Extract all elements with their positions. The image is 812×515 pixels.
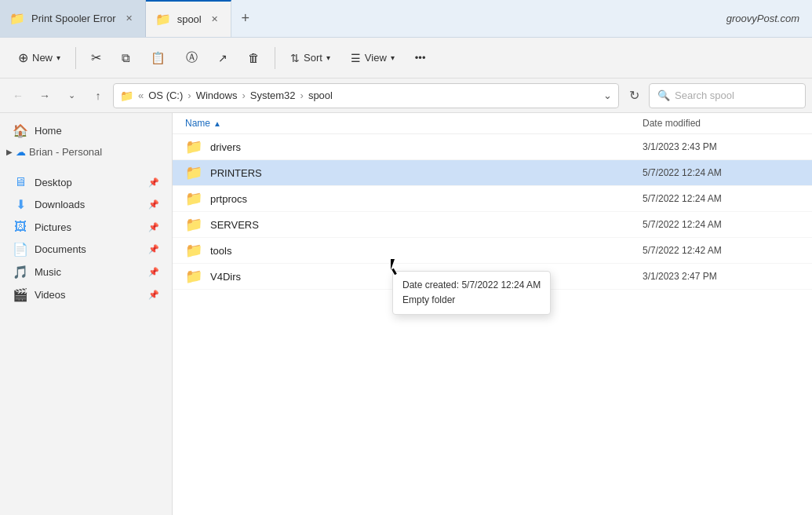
table-row[interactable]: 📁 drivers 3/1/2023 2:43 PM xyxy=(173,134,812,160)
more-button[interactable]: ••• xyxy=(406,46,435,69)
folder-icon: 📁 xyxy=(185,216,202,233)
copy-button[interactable]: ⧉ xyxy=(113,46,139,71)
toolbar: ⊕ New ▾ ✂ ⧉ 📋 Ⓐ ↗ 🗑 ⇅ Sort ▾ ☰ View ▾ ••… xyxy=(0,38,812,79)
tab-close-1[interactable]: ✕ xyxy=(122,12,136,25)
tab-spool-label: spool xyxy=(177,13,202,25)
sidebar-item-home[interactable]: 🏠 Home xyxy=(0,119,172,142)
file-date: 5/7/2022 12:42 AM xyxy=(643,245,799,256)
address-folder-icon: 📁 xyxy=(120,89,133,102)
tab-print-spooler-label: Print Spooler Error xyxy=(31,13,116,24)
table-row[interactable]: 📁 prtprocs 5/7/2022 12:24 AM xyxy=(173,186,812,212)
sep2: › xyxy=(242,89,245,101)
sort-label: Sort xyxy=(304,52,322,64)
up-button[interactable]: ↑ xyxy=(86,84,110,108)
view-button[interactable]: ☰ View ▾ xyxy=(342,46,403,70)
brand-text: groovyPost.com xyxy=(726,13,812,24)
back-button[interactable]: ← xyxy=(6,84,30,108)
file-date: 5/7/2022 12:24 AM xyxy=(643,193,799,204)
search-placeholder: Search spool xyxy=(675,89,734,101)
file-date: 3/1/2023 2:43 PM xyxy=(643,141,799,152)
toolbar-sep-2 xyxy=(275,47,275,69)
view-icon: ☰ xyxy=(351,52,361,64)
rename-button[interactable]: Ⓐ xyxy=(177,45,206,71)
sort-chevron: ▾ xyxy=(326,53,330,62)
sidebar-videos-label: Videos xyxy=(35,289,66,301)
music-icon: 🎵 xyxy=(13,265,28,279)
file-name: SERVERS xyxy=(210,219,643,231)
breadcrumb-os: OS (C:) xyxy=(148,89,183,101)
paste-button[interactable]: 📋 xyxy=(142,46,174,71)
sidebar-item-documents[interactable]: 📄 Documents 📌 xyxy=(0,238,172,261)
sort-icon: ⇅ xyxy=(290,52,300,64)
cut-icon: ✂ xyxy=(91,50,101,65)
pictures-pin: 📌 xyxy=(148,222,159,232)
search-box[interactable]: 🔍 Search spool xyxy=(649,83,806,108)
tab-spool-folder-icon: 📁 xyxy=(155,12,171,27)
sidebar-home-label: Home xyxy=(35,125,62,137)
table-row[interactable]: 📁 SERVERS 5/7/2022 12:24 AM xyxy=(173,212,812,238)
downloads-pin: 📌 xyxy=(148,199,159,210)
table-row[interactable]: 📁 PRINTERS 5/7/2022 12:24 AM xyxy=(173,160,812,186)
sidebar-item-videos[interactable]: 🎬 Videos 📌 xyxy=(0,283,172,306)
paste-icon: 📋 xyxy=(151,51,166,65)
tab-add-button[interactable]: + xyxy=(231,0,260,37)
delete-icon: 🗑 xyxy=(248,51,260,64)
folder-icon: 📁 xyxy=(185,164,202,181)
sidebar-music-label: Music xyxy=(35,266,61,278)
address-bar[interactable]: 📁 « OS (C:) › Windows › System32 › spool… xyxy=(113,83,619,108)
file-date: 3/1/2023 2:47 PM xyxy=(643,271,799,282)
tab-spool[interactable]: 📁 spool ✕ xyxy=(146,0,231,37)
col-name-header[interactable]: Name ▲ xyxy=(185,118,643,129)
sidebar-item-music[interactable]: 🎵 Music 📌 xyxy=(0,261,172,283)
sidebar-item-pictures[interactable]: 🖼 Pictures 📌 xyxy=(0,216,172,238)
new-chevron: ▾ xyxy=(56,53,60,62)
new-button[interactable]: ⊕ New ▾ xyxy=(9,45,69,71)
table-row[interactable]: 📁 tools 5/7/2022 12:42 AM xyxy=(173,238,812,264)
tab-close-2[interactable]: ✕ xyxy=(208,13,221,26)
delete-button[interactable]: 🗑 xyxy=(239,46,268,70)
copy-icon: ⧉ xyxy=(122,51,130,65)
toolbar-sep-1 xyxy=(75,47,76,69)
tab-print-spooler[interactable]: 📁 Print Spooler Error ✕ xyxy=(0,0,146,37)
cloud-arrow: ▶ xyxy=(6,148,13,156)
pictures-icon: 🖼 xyxy=(13,220,28,234)
sidebar-expand-cloud[interactable]: ▶ ☁ Brian - Personal xyxy=(0,142,172,162)
file-date: 5/7/2022 12:24 AM xyxy=(643,219,799,230)
file-name: tools xyxy=(210,245,643,257)
sep3: › xyxy=(300,89,304,101)
cut-button[interactable]: ✂ xyxy=(82,45,110,71)
col-name-label: Name xyxy=(185,118,210,129)
desktop-icon: 🖥 xyxy=(13,175,28,189)
sort-caret: ▲ xyxy=(213,119,221,128)
downloads-icon: ⬇ xyxy=(13,197,28,212)
search-icon: 🔍 xyxy=(657,89,670,101)
nav-bar: ← → ⌄ ↑ 📁 « OS (C:) › Windows › System32… xyxy=(0,79,812,113)
folder-icon: 📁 xyxy=(185,190,202,207)
tooltip-line2: Empty folder xyxy=(402,293,541,308)
sidebar-documents-label: Documents xyxy=(35,243,86,255)
recent-button[interactable]: ⌄ xyxy=(60,84,83,108)
folder-icon: 📁 xyxy=(185,268,202,285)
sidebar: 🏠 Home ▶ ☁ Brian - Personal 🖥 Desktop 📌 … xyxy=(0,113,173,515)
file-date: 5/7/2022 12:24 AM xyxy=(643,167,799,178)
sidebar-item-downloads[interactable]: ⬇ Downloads 📌 xyxy=(0,193,172,216)
sidebar-item-desktop[interactable]: 🖥 Desktop 📌 xyxy=(0,171,172,193)
file-name: prtprocs xyxy=(210,193,643,205)
videos-icon: 🎬 xyxy=(13,287,28,302)
sort-button[interactable]: ⇅ Sort ▾ xyxy=(282,46,339,70)
breadcrumb-windows: Windows xyxy=(196,89,238,101)
sep1: › xyxy=(188,89,191,101)
address-dropdown[interactable]: ⌄ xyxy=(603,89,612,101)
forward-button[interactable]: → xyxy=(33,84,56,108)
documents-pin: 📌 xyxy=(148,244,159,254)
share-button[interactable]: ↗ xyxy=(209,46,236,70)
file-header: Name ▲ Date modified xyxy=(173,113,812,134)
rename-icon: Ⓐ xyxy=(186,50,198,65)
sidebar-desktop-label: Desktop xyxy=(35,177,72,188)
folder-icon: 📁 xyxy=(185,138,202,155)
title-bar: 📁 Print Spooler Error ✕ 📁 spool ✕ + groo… xyxy=(0,0,812,38)
breadcrumb-system32: System32 xyxy=(250,89,296,101)
sidebar-pictures-label: Pictures xyxy=(35,221,71,233)
refresh-button[interactable]: ↻ xyxy=(622,84,646,108)
view-chevron: ▾ xyxy=(391,53,395,62)
